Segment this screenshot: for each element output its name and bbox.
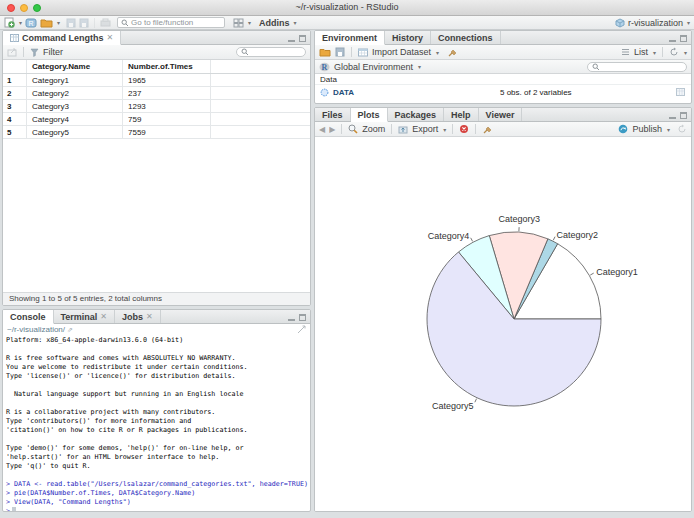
tab-history[interactable]: History	[385, 31, 431, 44]
console-output-line: You are welcome to redistribute it under…	[6, 363, 307, 372]
table-row[interactable]: 1Category11965	[3, 74, 310, 87]
table-search-input[interactable]	[236, 47, 306, 57]
maximize-pane-icon[interactable]	[680, 112, 687, 119]
table-row[interactable]: 4Category4759	[3, 113, 310, 126]
new-file-caret-icon[interactable]: ▾	[19, 19, 22, 26]
refresh-plot-icon[interactable]	[677, 124, 687, 134]
maximize-pane-icon[interactable]	[299, 35, 306, 42]
goto-file-input[interactable]: Go to file/function	[117, 17, 225, 28]
object-name: DATA	[333, 88, 354, 97]
export-plot-button[interactable]: Export	[412, 124, 438, 134]
open-file-caret-icon[interactable]: ▾	[57, 19, 60, 26]
data-viewer-toolbar: Filter	[3, 45, 310, 60]
tab-connections[interactable]: Connections	[431, 31, 501, 44]
next-plot-icon[interactable]: ▶	[329, 125, 335, 134]
console-clear-icon[interactable]	[297, 325, 306, 334]
titlebar: ~/r-visualization - RStudio	[0, 0, 694, 16]
close-terminal-icon[interactable]: ✕	[100, 312, 107, 321]
table-row[interactable]: 3Category31293	[3, 100, 310, 113]
panes-grid-icon[interactable]	[233, 18, 244, 28]
table-status-text: Showing 1 to 5 of 5 entries, 2 total col…	[3, 292, 310, 305]
tab-packages[interactable]: Packages	[388, 108, 445, 121]
filter-button[interactable]: Filter	[43, 47, 63, 57]
pie-label: Category3	[499, 214, 541, 224]
popout-window-icon[interactable]	[7, 48, 17, 57]
save-icon[interactable]	[66, 18, 76, 28]
console-output[interactable]: Platform: x86_64-apple-darwin13.6.0 (64-…	[3, 335, 310, 512]
new-project-icon[interactable]: R	[25, 17, 37, 28]
goto-directory-icon[interactable]: ⇗	[67, 326, 73, 334]
plots-panel: Files Plots Packages Help Viewer ◀ ▶ Zoo…	[314, 107, 692, 512]
tab-jobs[interactable]: Jobs ✕	[115, 310, 161, 323]
console-output-line: R is a collaborative project with many c…	[6, 408, 307, 417]
table-cell: 759	[123, 113, 211, 125]
project-menu-button[interactable]: r-visualization ▾	[615, 18, 690, 28]
tab-command-lengths[interactable]: Command Lengths ✕	[3, 31, 121, 45]
tab-terminal[interactable]: Terminal ✕	[54, 310, 116, 323]
minimize-pane-icon[interactable]	[288, 35, 295, 42]
tab-help-label: Help	[451, 110, 471, 120]
view-object-grid-icon[interactable]	[676, 88, 685, 96]
console-prompt[interactable]: >	[6, 507, 307, 512]
load-workspace-icon[interactable]	[319, 47, 331, 57]
tab-viewer-label: Viewer	[486, 110, 515, 120]
close-jobs-icon[interactable]: ✕	[146, 312, 153, 321]
save-workspace-icon[interactable]	[335, 47, 345, 57]
print-icon[interactable]	[100, 18, 111, 28]
remove-plot-icon[interactable]	[459, 124, 469, 134]
console-path-row: ~/r-visualization/ ⇗	[3, 324, 310, 335]
tab-files-label: Files	[322, 110, 343, 120]
minimize-pane-icon[interactable]	[669, 112, 676, 119]
data-viewer-tabstrip: Command Lengths ✕	[3, 31, 310, 45]
table-cell: 4	[3, 113, 27, 125]
save-all-icon[interactable]	[79, 18, 89, 28]
filter-funnel-icon	[30, 48, 39, 57]
addins-caret-icon: ▾	[294, 19, 297, 26]
tab-help[interactable]: Help	[444, 108, 479, 121]
minimize-pane-icon[interactable]	[669, 35, 676, 42]
table-row[interactable]: 2Category2237	[3, 87, 310, 100]
addins-button[interactable]: Addins	[259, 18, 290, 28]
environment-scope-toolbar: R Global Environment▾	[315, 60, 691, 74]
new-file-icon[interactable]	[4, 17, 15, 28]
list-view-button[interactable]: List	[634, 47, 648, 57]
tab-files[interactable]: Files	[315, 108, 351, 121]
pie-label: Category2	[556, 230, 598, 240]
column-header-times[interactable]: Number.of.Times	[123, 60, 211, 73]
window-title: ~/r-visualization - RStudio	[0, 2, 694, 12]
rownum-header[interactable]	[3, 60, 27, 73]
tab-viewer[interactable]: Viewer	[479, 108, 523, 121]
close-tab-icon[interactable]: ✕	[107, 33, 114, 42]
publish-button[interactable]: Publish	[632, 124, 662, 134]
table-cell: 3	[3, 100, 27, 112]
tab-console[interactable]: Console	[3, 310, 54, 324]
environment-search-input[interactable]	[587, 62, 687, 72]
refresh-icon[interactable]	[669, 47, 679, 57]
pie-label-tick	[475, 399, 477, 403]
pie-label: Category5	[432, 401, 474, 411]
console-output-line	[6, 399, 307, 408]
tab-console-label: Console	[10, 312, 46, 322]
maximize-pane-icon[interactable]	[299, 314, 306, 321]
table-cell: 2	[3, 87, 27, 99]
previous-plot-icon[interactable]: ◀	[319, 125, 325, 134]
table-row[interactable]: 5Category57559	[3, 126, 310, 139]
clear-environment-broom-icon[interactable]	[447, 47, 457, 57]
open-file-icon[interactable]	[40, 17, 53, 28]
tab-environment[interactable]: Environment	[315, 31, 385, 45]
column-header-name[interactable]: Category.Name	[27, 60, 123, 73]
tab-plots[interactable]: Plots	[351, 108, 388, 122]
import-dataset-button[interactable]: Import Dataset	[372, 47, 431, 57]
environment-search-icon	[592, 63, 600, 71]
project-caret-icon: ▾	[687, 19, 690, 26]
list-caret-icon: ▾	[653, 49, 656, 56]
pie-label: Category4	[428, 231, 470, 241]
environment-scope-selector[interactable]: Global Environment	[334, 62, 413, 72]
zoom-plot-button[interactable]: Zoom	[362, 124, 385, 134]
console-output-line: 'help.start()' for an HTML browser inter…	[6, 453, 307, 462]
minimize-pane-icon[interactable]	[288, 314, 295, 321]
object-expand-icon[interactable]	[320, 88, 329, 97]
environment-object-row[interactable]: DATA 5 obs. of 2 variables	[315, 85, 691, 99]
clear-plots-broom-icon[interactable]	[482, 124, 492, 134]
maximize-pane-icon[interactable]	[680, 35, 687, 42]
